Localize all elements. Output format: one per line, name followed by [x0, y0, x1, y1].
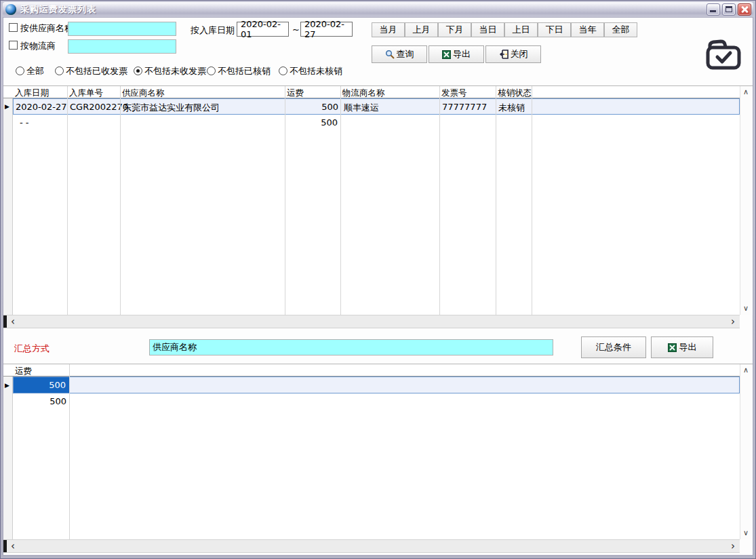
- grid-column-line: [340, 86, 341, 315]
- app-globe-icon: [5, 4, 16, 15]
- scroll-left-icon[interactable]: ‹: [7, 315, 18, 328]
- form-body: 按供应商名称 按物流商 按入库日期 2020-02-01 ~ 2020-02-2…: [3, 17, 753, 556]
- close-icon: [740, 5, 749, 14]
- cell-invoice-no: 77777777: [442, 102, 487, 112]
- summary-condition-button[interactable]: 汇总条件: [581, 336, 646, 358]
- summary-table: ▶ 运费 500 500 ∧ ∨: [3, 364, 753, 539]
- scrollbar-splitter[interactable]: [3, 315, 7, 328]
- cell-freight: 500: [13, 396, 66, 406]
- date-range-label: 按入库日期: [191, 24, 235, 37]
- grid-column-line: [67, 86, 68, 315]
- quick-button-next-day[interactable]: 下日: [538, 22, 571, 37]
- radio-all[interactable]: [16, 66, 24, 75]
- selected-row-marker-icon: ▶: [5, 382, 9, 389]
- window-title: 采购运费发票列表: [20, 3, 704, 16]
- scroll-right-icon[interactable]: ›: [728, 315, 738, 328]
- summary-table-header: 运费: [3, 364, 740, 377]
- radio-exclude-received[interactable]: [55, 66, 64, 75]
- date-from-input[interactable]: 2020-02-01: [237, 22, 289, 37]
- grid-column-line: [439, 86, 440, 315]
- radio-exclude-unwrittenoff-label: 不包括未核销: [290, 65, 342, 77]
- exit-door-icon: [499, 50, 509, 59]
- scroll-down-icon[interactable]: ∨: [740, 528, 751, 538]
- supplier-filter-input[interactable]: [68, 22, 176, 36]
- radio-exclude-unreceived[interactable]: [134, 66, 142, 75]
- maximize-icon: [725, 6, 732, 12]
- query-button[interactable]: 查询: [372, 45, 427, 63]
- summary-mode-input[interactable]: 供应商名称: [149, 339, 553, 355]
- quick-button-prev-day[interactable]: 上日: [504, 22, 538, 37]
- table-row[interactable]: 500: [13, 377, 740, 393]
- scrollbar-splitter[interactable]: [3, 540, 7, 552]
- logistics-filter-label: 按物流商: [20, 40, 56, 52]
- cell-supplier: 东莞市益达实业有限公司: [123, 102, 220, 114]
- horizontal-scrollbar[interactable]: ‹ ›: [3, 539, 740, 553]
- close-button[interactable]: [738, 3, 751, 16]
- radio-exclude-received-label: 不包括已收发票: [66, 65, 127, 77]
- summary-mode-label: 汇总方式: [14, 343, 49, 355]
- search-icon: [385, 50, 395, 59]
- vertical-scrollbar[interactable]: ∧ ∨: [740, 364, 751, 539]
- quick-button-all[interactable]: 全部: [604, 22, 637, 37]
- row-selector-gutter: [3, 364, 13, 539]
- quick-button-prev-month[interactable]: 上月: [405, 22, 438, 37]
- table-row[interactable]: 500: [3, 393, 740, 410]
- col-header-status[interactable]: 核销状态: [498, 88, 532, 99]
- quick-button-current-year[interactable]: 当年: [571, 22, 604, 37]
- radio-all-label: 全部: [26, 65, 44, 77]
- col-header-order-no[interactable]: 入库单号: [69, 88, 103, 99]
- query-button-label: 查询: [397, 48, 414, 60]
- maximize-button[interactable]: [722, 3, 736, 16]
- grid-column-line: [69, 364, 70, 539]
- col-header-freight[interactable]: 运费: [15, 366, 32, 377]
- grid-column-line: [285, 86, 285, 315]
- scroll-up-icon[interactable]: ∧: [740, 366, 751, 375]
- col-header-invoice-no[interactable]: 发票号: [441, 88, 467, 99]
- cell-logistics: 顺丰速运: [344, 102, 379, 114]
- date-separator: ~: [292, 24, 300, 35]
- vertical-scrollbar[interactable]: ∧ ∨: [740, 86, 751, 315]
- radio-exclude-writtenoff[interactable]: [207, 66, 216, 75]
- logistics-filter-checkbox[interactable]: [9, 41, 18, 50]
- cell-status: 未核销: [498, 102, 525, 114]
- folder-check-logo-icon: [703, 39, 744, 72]
- quick-button-current-day[interactable]: 当日: [471, 22, 504, 37]
- radio-exclude-unwrittenoff[interactable]: [279, 66, 287, 75]
- cell-date: 2020-02-27: [16, 102, 67, 112]
- quick-button-current-month[interactable]: 当月: [372, 22, 405, 37]
- grid-column-line: [496, 86, 496, 315]
- grid-column-line: [120, 86, 121, 315]
- minimize-icon: [710, 10, 716, 12]
- col-header-freight[interactable]: 运费: [287, 88, 304, 99]
- col-header-supplier[interactable]: 供应商名称: [122, 88, 165, 99]
- col-header-logistics[interactable]: 物流商名称: [342, 88, 385, 99]
- invoice-table-header: 入库日期 入库单号 供应商名称 运费 物流商名称 发票号 核销状态: [3, 86, 740, 98]
- logistics-filter-input[interactable]: [68, 39, 176, 54]
- table-row[interactable]: 2020-02-27 CGR2002270 东莞市益达实业有限公司 500 顺丰…: [13, 98, 740, 115]
- minimize-button[interactable]: [707, 3, 720, 16]
- selected-row-marker-icon: ▶: [5, 103, 9, 110]
- scroll-up-icon[interactable]: ∧: [740, 88, 751, 97]
- quick-button-next-month[interactable]: 下月: [438, 22, 471, 37]
- close-form-button-label: 关闭: [511, 48, 528, 60]
- horizontal-scrollbar[interactable]: ‹ ›: [3, 315, 740, 328]
- table-row[interactable]: - - 500: [3, 115, 740, 131]
- scroll-down-icon[interactable]: ∨: [740, 304, 751, 313]
- supplier-filter-checkbox[interactable]: [9, 23, 18, 32]
- cell-freight: 500: [285, 117, 338, 128]
- app-window: 采购运费发票列表 按供应商名称 按物流商 按入库日期 2020-02-01 ~ …: [0, 0, 756, 559]
- date-to-input[interactable]: 2020-02-27: [300, 22, 353, 37]
- export-button[interactable]: 导出: [429, 45, 484, 63]
- scroll-left-icon[interactable]: ‹: [7, 540, 18, 552]
- cell-freight: 500: [285, 102, 338, 112]
- summary-export-button[interactable]: 导出: [651, 336, 713, 358]
- col-header-date[interactable]: 入库日期: [15, 88, 49, 99]
- close-form-button[interactable]: 关闭: [485, 45, 541, 63]
- radio-exclude-writtenoff-label: 不包括已核销: [218, 65, 271, 77]
- scroll-right-icon[interactable]: ›: [728, 540, 738, 552]
- invoice-table: ▶ 入库日期 入库单号 供应商名称 运费 物流商名称 发票号 核销状态 2020…: [3, 85, 753, 315]
- summary-export-label: 导出: [679, 341, 697, 353]
- titlebar[interactable]: 采购运费发票列表: [3, 2, 753, 17]
- excel-icon: [668, 343, 677, 352]
- cell-freight-selected: 500: [14, 377, 70, 393]
